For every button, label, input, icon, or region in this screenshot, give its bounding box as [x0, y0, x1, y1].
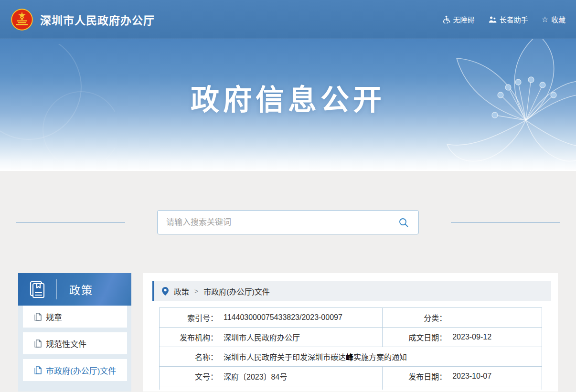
document-number-value: 深府〔2023〕84号 [224, 371, 287, 382]
search-input[interactable] [166, 218, 397, 227]
partial-cell [160, 386, 383, 390]
issuing-agency-value: 深圳市人民政府办公厅 [224, 331, 300, 343]
document-icon [34, 339, 42, 348]
written-date-label: 成文日期： [383, 331, 447, 343]
favorite-label: 收藏 [551, 14, 565, 24]
publish-date-label: 发布日期： [383, 371, 447, 382]
accessibility-link[interactable]: 无障碍 [442, 14, 475, 24]
index-number-label: 索引号： [160, 312, 218, 323]
sidebar-item-label: 规章 [46, 311, 62, 323]
table-row: 发布机构： 深圳市人民政府办公厅 成文日期： 2023-09-12 [160, 328, 542, 347]
sidebar-item-normative-documents[interactable]: 规范性文件 [23, 332, 127, 354]
decorative-line-right [451, 222, 560, 222]
category-cell: 分类： [383, 308, 542, 327]
document-name-highlight: 峰 [346, 353, 353, 361]
document-icon [34, 366, 42, 374]
issuing-agency-cell: 发布机构： 深圳市人民政府办公厅 [160, 328, 383, 347]
document-name-value: 深圳市人民政府关于印发深圳市碳达峰实施方案的通知 [224, 351, 407, 362]
issuing-agency-label: 发布机构： [160, 331, 218, 343]
document-name-post: 实施方案的通知 [353, 353, 407, 361]
page-banner: 政府信息公开 [0, 39, 576, 171]
content-area: 政策 规章 规范性文件 市政府(办公厅)文件 [0, 273, 576, 392]
sidebar-item-regulations[interactable]: 规章 [23, 306, 127, 328]
publish-date-value: 2023-10-07 [452, 372, 491, 381]
national-emblem-logo [11, 8, 33, 31]
accessibility-label: 无障碍 [453, 14, 475, 24]
top-bar: 深圳市人民政府办公厅 无障碍 长者助手 ☆ 收藏 [0, 0, 576, 39]
sidebar-header-title: 政策 [69, 281, 93, 297]
breadcrumb: 政策 > 市政府(办公厅)文件 [152, 281, 551, 301]
search-row [0, 171, 576, 234]
sidebar-header: 政策 [18, 273, 131, 306]
partial-cell [383, 386, 542, 390]
table-row: 文号： 深府〔2023〕84号 发布日期： 2023-10-07 [160, 367, 542, 386]
breadcrumb-item-policy[interactable]: 政策 [174, 286, 189, 297]
sidebar: 政策 规章 规范性文件 市政府(办公厅)文件 [18, 273, 131, 392]
written-date-cell: 成文日期： 2023-09-12 [383, 328, 542, 347]
sidebar-item-label: 市政府(办公厅)文件 [46, 364, 116, 376]
written-date-value: 2023-09-12 [452, 333, 491, 341]
sidebar-item-municipal-gov-documents[interactable]: 市政府(办公厅)文件 [23, 359, 127, 381]
table-row-partial [160, 386, 542, 390]
policy-book-icon [28, 280, 47, 299]
main-panel: 政策 > 市政府(办公厅)文件 索引号： 114403000075433823/… [143, 273, 558, 392]
breadcrumb-separator: > [194, 287, 198, 295]
star-icon: ☆ [542, 16, 548, 23]
document-number-label: 文号： [160, 371, 218, 382]
search-box [157, 210, 419, 234]
document-number-cell: 文号： 深府〔2023〕84号 [160, 367, 383, 386]
table-row: 名称： 深圳市人民政府关于印发深圳市碳达峰实施方案的通知 [160, 347, 542, 367]
sidebar-header-divider [56, 279, 57, 299]
page-title: 政府信息公开 [0, 39, 576, 118]
document-name-cell: 名称： 深圳市人民政府关于印发深圳市碳达峰实施方案的通知 [160, 347, 542, 366]
document-icon [34, 313, 42, 321]
favorite-link[interactable]: ☆ 收藏 [542, 14, 565, 24]
search-button[interactable] [397, 216, 410, 229]
elder-assist-link[interactable]: 长者助手 [488, 14, 528, 24]
document-name-label: 名称： [160, 351, 218, 362]
document-info-table: 索引号： 114403000075433823/2023-00097 分类： 发… [159, 307, 542, 390]
search-icon [398, 217, 409, 228]
accessibility-icon [442, 15, 450, 23]
document-name-pre: 深圳市人民政府关于印发深圳市碳达 [224, 353, 346, 361]
breadcrumb-item-current: 市政府(办公厅)文件 [203, 286, 270, 297]
elder-assist-label: 长者助手 [500, 14, 528, 24]
index-number-value: 114403000075433823/2023-00097 [224, 313, 342, 322]
table-row: 索引号： 114403000075433823/2023-00097 分类： [160, 308, 542, 328]
index-number-cell: 索引号： 114403000075433823/2023-00097 [160, 308, 383, 327]
elder-assist-icon [488, 16, 497, 23]
category-label: 分类： [383, 312, 447, 323]
location-pin-icon [162, 287, 169, 296]
sidebar-item-label: 规范性文件 [46, 338, 86, 350]
site-title: 深圳市人民政府办公厅 [40, 11, 155, 28]
publish-date-cell: 发布日期： 2023-10-07 [383, 367, 542, 386]
topbar-links: 无障碍 长者助手 ☆ 收藏 [442, 14, 565, 24]
decorative-line-left [16, 222, 125, 222]
